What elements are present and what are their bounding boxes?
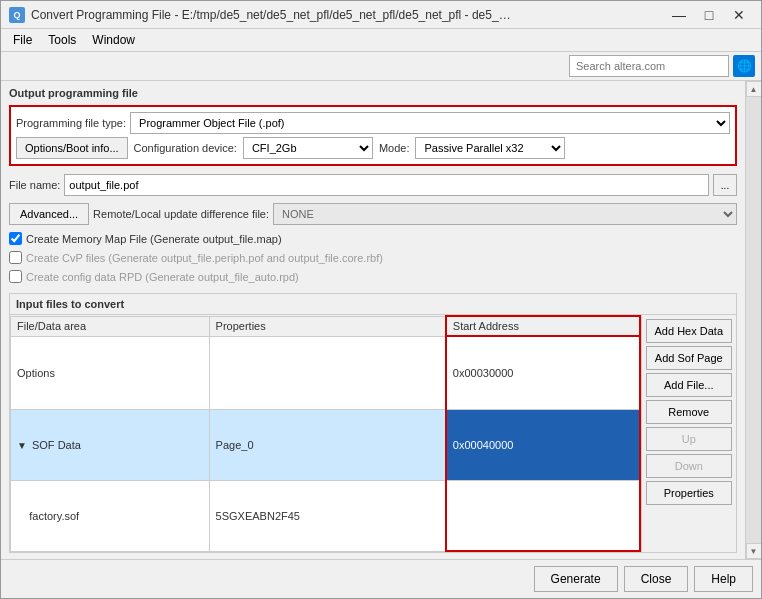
col-properties: Properties [209,316,446,336]
input-files-header: Input files to convert [10,294,736,315]
menu-file[interactable]: File [5,31,40,49]
create-memory-map-checkbox[interactable] [9,232,22,245]
prog-type-select[interactable]: Programmer Object File (.pof) [130,112,730,134]
scroll-down-arrow[interactable]: ▼ [746,543,762,559]
bottom-bar: Generate Close Help [1,559,761,598]
remote-select[interactable]: NONE [273,203,737,225]
input-files-section: Input files to convert File/Data area Pr… [9,293,737,553]
table-action-buttons: Add Hex Data Add Sof Page Add File... Re… [641,315,736,552]
close-button-bottom[interactable]: Close [624,566,689,592]
config-device-select[interactable]: CFI_2Gb [243,137,373,159]
menu-bar: File Tools Window [1,29,761,52]
expand-arrow-icon: ▼ [17,440,27,451]
up-button[interactable]: Up [646,427,732,451]
create-cvp-row: Create CvP files (Generate output_file.p… [9,251,737,264]
add-sof-page-button[interactable]: Add Sof Page [646,346,732,370]
minimize-button[interactable]: — [665,5,693,25]
create-config-rpd-row: Create config data RPD (Generate output_… [9,270,737,283]
factory-start-address [446,480,640,551]
create-config-rpd-checkbox[interactable] [9,270,22,283]
sof-properties: Page_0 [209,409,446,480]
scroll-up-arrow[interactable]: ▲ [746,81,762,97]
col-file-area: File/Data area [11,316,210,336]
app-icon: Q [9,7,25,23]
table-container: File/Data area Properties Start Address … [10,315,736,552]
search-input[interactable] [569,55,729,77]
remove-button[interactable]: Remove [646,400,732,424]
sof-label: SOF Data [32,439,81,451]
filename-row: File name: ... [9,174,737,196]
output-section-label: Output programming file [9,87,737,99]
add-file-button[interactable]: Add File... [646,373,732,397]
table-row[interactable]: Options 0x00030000 [11,336,640,409]
options-start-address: 0x00030000 [446,336,640,409]
create-cvp-label: Create CvP files (Generate output_file.p… [26,252,383,264]
mode-select[interactable]: Passive Parallel x32 [415,137,565,159]
advanced-row: Advanced... Remote/Local update differen… [9,203,737,225]
options-boot-button[interactable]: Options/Boot info... [16,137,128,159]
table-row[interactable]: ▼ SOF Data Page_0 0x00040000 [11,409,640,480]
main-window: Q Convert Programming File - E:/tmp/de5_… [0,0,762,599]
factory-file-area: factory.sof [11,480,210,551]
window-title: Convert Programming File - E:/tmp/de5_ne… [31,8,511,22]
right-scrollbar: ▲ ▼ [745,81,761,559]
maximize-button[interactable]: □ [695,5,723,25]
generate-button[interactable]: Generate [534,566,618,592]
sof-file-area: ▼ SOF Data [11,409,210,480]
create-memory-map-label: Create Memory Map File (Generate output_… [26,233,282,245]
help-button[interactable]: Help [694,566,753,592]
close-button[interactable]: ✕ [725,5,753,25]
scroll-track[interactable] [746,97,761,543]
create-cvp-checkbox[interactable] [9,251,22,264]
globe-button[interactable]: 🌐 [733,55,755,77]
filename-input[interactable] [64,174,709,196]
prog-type-label: Programming file type: [16,117,126,129]
title-bar-left: Q Convert Programming File - E:/tmp/de5_… [9,7,511,23]
factory-properties: 5SGXEABN2F45 [209,480,446,551]
toolbar: 🌐 [1,52,761,81]
table-header-row: File/Data area Properties Start Address [11,316,640,336]
filename-label: File name: [9,179,60,191]
menu-tools[interactable]: Tools [40,31,84,49]
add-hex-data-button[interactable]: Add Hex Data [646,319,732,343]
create-config-rpd-label: Create config data RPD (Generate output_… [26,271,299,283]
output-settings-group: Programming file type: Programmer Object… [9,105,737,166]
options-properties [209,336,446,409]
config-device-label: Configuration device: [134,142,237,154]
browse-button[interactable]: ... [713,174,737,196]
data-table: File/Data area Properties Start Address … [10,315,641,552]
title-bar: Q Convert Programming File - E:/tmp/de5_… [1,1,761,29]
advanced-button[interactable]: Advanced... [9,203,89,225]
left-panel: Output programming file Programming file… [1,81,745,559]
col-start-address: Start Address [446,316,640,336]
properties-button[interactable]: Properties [646,481,732,505]
remote-label: Remote/Local update difference file: [93,208,269,220]
options-file-area: Options [11,336,210,409]
down-button[interactable]: Down [646,454,732,478]
create-memory-map-row: Create Memory Map File (Generate output_… [9,232,737,245]
table-row[interactable]: factory.sof 5SGXEABN2F45 [11,480,640,551]
config-row: Options/Boot info... Configuration devic… [16,137,730,159]
main-content: Output programming file Programming file… [1,81,761,559]
title-controls: — □ ✕ [665,5,753,25]
prog-file-type-row: Programming file type: Programmer Object… [16,112,730,134]
menu-window[interactable]: Window [84,31,143,49]
mode-label: Mode: [379,142,410,154]
sof-start-address: 0x00040000 [446,409,640,480]
